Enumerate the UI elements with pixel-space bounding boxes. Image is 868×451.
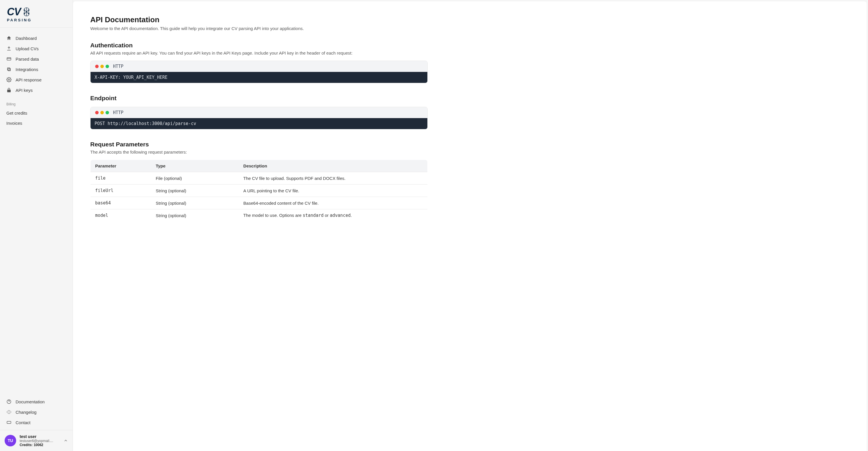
logo-text: CV [7, 6, 21, 18]
sidebar-item-parsed[interactable]: Parsed data [3, 54, 70, 64]
params-description: The API accepts the following request pa… [90, 149, 428, 154]
param-type: String (optional) [151, 197, 239, 209]
billing-section-label: Billing [3, 95, 70, 108]
code-language: HTTP [113, 110, 123, 115]
traffic-yellow-icon [100, 65, 104, 68]
traffic-red-icon [95, 65, 99, 68]
table-row: file File (optional) The CV file to uplo… [91, 172, 428, 185]
param-desc: The model to use. Options are standard o… [239, 209, 428, 222]
layers-icon [6, 67, 11, 72]
header-description: Description [239, 160, 428, 172]
code-body[interactable]: X-API-KEY: YOUR_API_KEY_HERE [91, 72, 427, 83]
sidebar-item-upload[interactable]: Upload CVs [3, 43, 70, 54]
user-info: test user testuser6@yopmail.... Credits:… [20, 434, 60, 447]
header-parameter: Parameter [91, 160, 151, 172]
traffic-lights [95, 65, 109, 68]
svg-rect-7 [8, 68, 10, 71]
code-body[interactable]: POST http://localhost:3000/api/parse-cv [91, 118, 427, 129]
param-name: fileUrl [91, 185, 151, 197]
sidebar-item-label: Get credits [6, 111, 27, 115]
sidebar: CV PARSING Dashboard [0, 0, 73, 451]
param-name: file [91, 172, 151, 185]
page-subtitle: Welcome to the API documentation. This g… [90, 26, 428, 31]
param-type: String (optional) [151, 185, 239, 197]
help-icon [6, 399, 11, 404]
sidebar-item-label: Contact [16, 420, 31, 425]
avatar: TU [5, 435, 16, 446]
sidebar-item-label: Integrations [16, 67, 38, 72]
card-icon [6, 56, 11, 61]
sidebar-item-dashboard[interactable]: Dashboard [3, 33, 70, 43]
table-header-row: Parameter Type Description [91, 160, 428, 172]
param-type: File (optional) [151, 172, 239, 185]
sidebar-item-changelog[interactable]: Changelog [3, 407, 70, 417]
sidebar-item-label: API response [16, 77, 41, 82]
auth-description: All API requests require an API key. You… [90, 51, 428, 55]
upload-icon [6, 46, 11, 51]
main-nav: Dashboard Upload CVs Parsed data Integra… [0, 28, 73, 133]
sidebar-item-integrations[interactable]: Integrations [3, 64, 70, 75]
code-language: HTTP [113, 64, 123, 69]
sidebar-item-invoices[interactable]: Invoices [3, 118, 70, 128]
table-row: base64 String (optional) Base64-encoded … [91, 197, 428, 209]
bottom-nav: Documentation Changelog Contact [0, 396, 73, 430]
logo[interactable]: CV PARSING [0, 0, 73, 28]
user-menu[interactable]: TU test user testuser6@yopmail.... Credi… [0, 430, 73, 451]
user-credits: Credits: 10062 [20, 443, 60, 447]
ticket-icon [6, 420, 11, 425]
code-header: HTTP [91, 107, 427, 118]
gear-icon [6, 77, 11, 82]
sidebar-item-api-response[interactable]: API response [3, 75, 70, 85]
endpoint-heading: Endpoint [90, 95, 428, 102]
lock-icon [6, 87, 11, 93]
sidebar-item-label: Dashboard [16, 36, 37, 41]
header-type: Type [151, 160, 239, 172]
chevron-up-icon [63, 438, 68, 443]
sidebar-item-get-credits[interactable]: Get credits [3, 108, 70, 118]
table-row: model String (optional) The model to use… [91, 209, 428, 222]
sidebar-item-label: API keys [16, 88, 33, 93]
main-content: API Documentation Welcome to the API doc… [73, 1, 867, 451]
param-name: model [91, 209, 151, 222]
svg-rect-6 [7, 68, 10, 70]
svg-rect-5 [7, 58, 11, 60]
auth-code-block: HTTP X-API-KEY: YOUR_API_KEY_HERE [90, 61, 428, 83]
param-desc: A URL pointing to the CV file. [239, 185, 428, 197]
user-name: test user [20, 434, 60, 439]
sidebar-item-contact[interactable]: Contact [3, 417, 70, 428]
traffic-red-icon [95, 111, 99, 114]
table-row: fileUrl String (optional) A URL pointing… [91, 185, 428, 197]
sidebar-item-label: Invoices [6, 121, 22, 125]
traffic-yellow-icon [100, 111, 104, 114]
endpoint-code-block: HTTP POST http://localhost:3000/api/pars… [90, 107, 428, 129]
sidebar-item-label: Parsed data [16, 57, 39, 61]
traffic-green-icon [105, 65, 109, 68]
sparkle-icon [6, 410, 11, 415]
sidebar-item-label: Documentation [16, 399, 45, 404]
params-heading: Request Parameters [90, 141, 428, 148]
param-name: base64 [91, 197, 151, 209]
sidebar-item-label: Changelog [16, 410, 37, 415]
sidebar-item-api-keys[interactable]: API keys [3, 85, 70, 95]
params-table: Parameter Type Description file File (op… [90, 160, 428, 222]
auth-heading: Authentication [90, 42, 428, 49]
sidebar-item-label: Upload CVs [16, 46, 39, 51]
brain-icon [21, 7, 32, 17]
sidebar-item-documentation[interactable]: Documentation [3, 396, 70, 407]
logo-subtitle: PARSING [7, 18, 66, 22]
param-desc: Base64-encoded content of the CV file. [239, 197, 428, 209]
traffic-green-icon [105, 111, 109, 114]
home-icon [6, 35, 11, 41]
page-title: API Documentation [90, 15, 428, 24]
param-type: String (optional) [151, 209, 239, 222]
param-desc: The CV file to upload. Supports PDF and … [239, 172, 428, 185]
user-email: testuser6@yopmail.... [20, 439, 60, 443]
svg-point-8 [8, 79, 10, 81]
traffic-lights [95, 111, 109, 114]
code-header: HTTP [91, 61, 427, 72]
